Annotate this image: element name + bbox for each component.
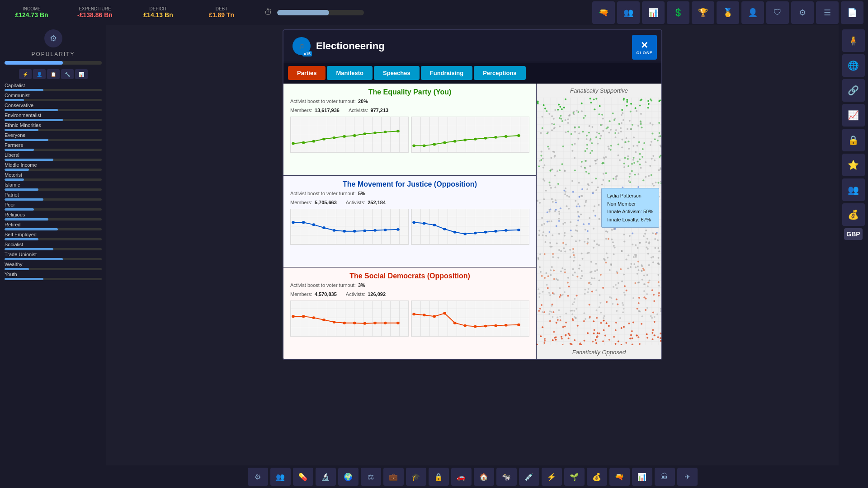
svg-point-40 (484, 230, 487, 233)
charts-socialdem (290, 300, 529, 337)
svg-point-50 (353, 322, 356, 324)
tab-fundraising[interactable]: Fundraising (421, 66, 472, 80)
bottom-icon-14[interactable]: ⚡ (542, 468, 562, 486)
menu-icon[interactable]: ☰ (816, 1, 839, 24)
bottom-icon-11[interactable]: 🏠 (474, 468, 494, 486)
svg-point-13 (433, 143, 436, 146)
sidebar-icon-5[interactable]: 📊 (75, 69, 88, 79)
tab-speeches[interactable]: Speeches (374, 66, 420, 80)
sidebar-group-name-4: Ethnic Minorities (5, 122, 102, 128)
perceptions-dots-area: Lydia Patterson Non Member Innate Activi… (537, 98, 661, 345)
popularity-bar-container (5, 61, 102, 65)
sidebar-group-name-14: Retired (5, 222, 102, 227)
sidebar-group-name-3: Environmentalist (5, 113, 102, 118)
right-icon-person[interactable]: 🧍 (842, 29, 865, 52)
bottom-icon-3[interactable]: 💊 (293, 468, 313, 486)
svg-point-25 (322, 226, 326, 229)
sidebar-group-bar-bg-19 (5, 278, 102, 280)
bottom-icon-16[interactable]: 💰 (587, 468, 607, 486)
sidebar-group-17: Trade Unionist (5, 252, 102, 260)
tab-parties[interactable]: Parties (288, 66, 326, 80)
svg-point-23 (302, 221, 305, 224)
money-icon[interactable]: 💲 (667, 1, 689, 24)
sidebar-group-bar-bg-4 (5, 129, 102, 131)
bottom-icon-15[interactable]: 🌱 (564, 468, 585, 486)
tab-perceptions[interactable]: Perceptions (474, 66, 525, 80)
deficit-stat: DEFICIT £14.13 Bn (131, 6, 185, 19)
sidebar-group-bar-bg-17 (5, 258, 102, 260)
sidebar-icon-1[interactable]: ⚡ (19, 69, 32, 79)
bottom-icon-18[interactable]: 📊 (632, 468, 652, 486)
sidebar-group-bar-bg-18 (5, 268, 102, 270)
bottom-icon-4[interactable]: 🔬 (316, 468, 336, 486)
sidebar-group-bar-fill-13 (5, 218, 48, 221)
svg-point-42 (505, 229, 508, 232)
sidebar-group-10: Islamic (5, 182, 102, 191)
party-title-equality: The Equality Party (You) (290, 88, 529, 96)
bottom-icon-7[interactable]: 💼 (383, 468, 404, 486)
sidebar-group-bar-bg-2 (5, 109, 102, 111)
bottom-icon-9[interactable]: 🔒 (429, 468, 449, 486)
sidebar-group-bar-bg-6 (5, 149, 102, 151)
svg-point-21 (517, 134, 520, 137)
bottom-icon-1[interactable]: ⚙ (248, 468, 268, 486)
right-icon-lock[interactable]: 🔒 (842, 129, 865, 151)
right-icon-chart[interactable]: 📈 (842, 104, 865, 127)
sidebar-group-19: Youth (5, 272, 102, 280)
svg-point-24 (312, 223, 315, 226)
sidebar-group-16: Socialist (5, 242, 102, 250)
chart-activists-socialdem (411, 300, 529, 337)
sidebar-icon-2[interactable]: 👤 (33, 69, 46, 79)
svg-point-35 (433, 224, 436, 226)
sidebar-icon-4[interactable]: 🔧 (61, 69, 74, 79)
bottom-icon-17[interactable]: 🔫 (609, 468, 630, 486)
person-icon[interactable]: 👤 (741, 1, 764, 24)
modal-title: Electioneering (316, 40, 385, 52)
chart-svg-activists-equality (411, 117, 529, 152)
sidebar-icon-3[interactable]: 📋 (47, 69, 60, 79)
sidebar-top-icon[interactable]: ⚙ (44, 29, 62, 47)
bottom-bar: ⚙ 👥 💊 🔬 🌍 ⚖ 💼 🎓 🔒 🚗 🏠 🐄 💉 ⚡ 🌱 💰 🔫 📊 🏛 ✈ (106, 465, 839, 488)
sidebar-group-bar-bg-5 (5, 139, 102, 141)
trophy-icon[interactable]: 🏆 (692, 1, 714, 24)
bottom-icon-19[interactable]: 🏛 (655, 468, 675, 486)
people-icon[interactable]: 👥 (617, 1, 640, 24)
sidebar-group-bar-bg-11 (5, 198, 102, 201)
right-icon-star[interactable]: ⭐ (842, 154, 865, 176)
bottom-icon-6[interactable]: ⚖ (361, 468, 381, 486)
shield-icon[interactable]: 🛡 (766, 1, 789, 24)
tab-manifesto[interactable]: Manifesto (327, 66, 373, 80)
debt-value: £1.89 Tn (209, 11, 234, 19)
bottom-icon-2[interactable]: 👥 (270, 468, 291, 486)
members-value-equality: 13,617,936 (315, 108, 340, 113)
tooltip-type: Non Member (607, 200, 653, 208)
bottom-icon-12[interactable]: 🐄 (496, 468, 517, 486)
sidebar-group-name-1: Communist (5, 93, 102, 98)
right-icon-share[interactable]: 🔗 (842, 79, 865, 102)
award-icon[interactable]: 🥇 (717, 1, 739, 24)
bottom-icon-13[interactable]: 💉 (519, 468, 539, 486)
activist-boost-value-socialdem: 3% (358, 282, 365, 288)
party-stats-socialdem: Activist boost to voter turnout: 3% (290, 282, 529, 288)
weapon-icon[interactable]: 🔫 (592, 1, 615, 24)
sidebar-group-name-18: Wealthy (5, 262, 102, 267)
settings-icon[interactable]: ⚙ (791, 1, 814, 24)
svg-point-26 (333, 229, 336, 232)
sidebar-group-bar-bg-3 (5, 119, 102, 121)
bottom-icon-20[interactable]: ✈ (677, 468, 698, 486)
svg-point-10 (396, 130, 400, 132)
bottom-icon-10[interactable]: 🚗 (451, 468, 472, 486)
document-icon[interactable]: 📄 (841, 1, 863, 24)
sidebar-group-12: Poor (5, 202, 102, 211)
right-icon-network[interactable]: 🌐 (842, 54, 865, 77)
tooltip-name: Lydia Patterson (607, 192, 653, 200)
sidebar-group-name-9: Motorist (5, 172, 102, 178)
right-icon-coin[interactable]: 💰 (842, 203, 865, 226)
svg-point-19 (494, 136, 497, 139)
close-button[interactable]: ✕ CLOSE (632, 35, 657, 60)
right-icon-people[interactable]: 👥 (842, 178, 865, 201)
bottom-icon-8[interactable]: 🎓 (406, 468, 426, 486)
bottom-icon-5[interactable]: 🌍 (338, 468, 359, 486)
chart-icon[interactable]: 📊 (642, 1, 665, 24)
top-bar: INCOME £124.73 Bn EXPENDITURE -£138.86 B… (0, 0, 868, 25)
